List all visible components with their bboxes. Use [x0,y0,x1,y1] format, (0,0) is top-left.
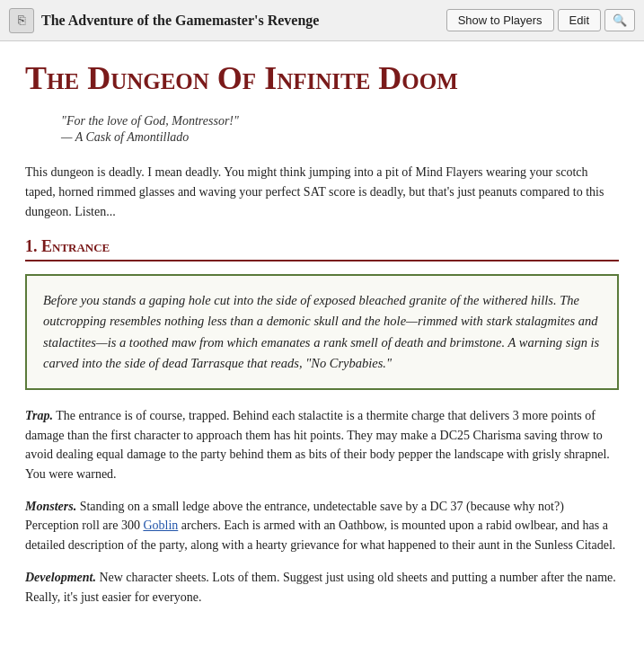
toolbar-buttons: Show to Players Edit 🔍 [446,9,635,31]
epigraph-attribution: — A Cask of Amontillado [61,130,619,145]
document-title: The Adventure of the Gamemaster's Reveng… [41,13,439,29]
edit-button[interactable]: Edit [558,9,601,31]
section-1-heading: 1. Entrance [25,237,619,261]
development-entry: Development. New character sheets. Lots … [25,568,619,607]
trap-entry: Trap. The entrance is of course, trapped… [25,406,619,484]
document-icon[interactable]: ⎘ [9,8,34,33]
development-label: Development. [25,571,96,584]
intro-paragraph: This dungeon is deadly. I mean deadly. Y… [25,163,619,221]
goblin-link[interactable]: Goblin [143,518,178,532]
page-content: The Dungeon Of Infinite Doom "For the lo… [0,41,644,646]
development-text: New character sheets. Lots of them. Sugg… [25,571,616,604]
boxed-read-aloud: Before you stands a gaping hole cut into… [25,274,619,390]
search-button[interactable]: 🔍 [604,9,635,31]
top-bar: ⎘ The Adventure of the Gamemaster's Reve… [0,0,644,41]
trap-text: The entrance is of course, trapped. Behi… [25,409,610,481]
trap-label: Trap. [25,409,53,422]
monsters-entry: Monsters. Standing on a small ledge abov… [25,497,619,555]
epigraph-quote: "For the love of God, Montressor!" [61,114,619,129]
monsters-label: Monsters. [25,500,76,513]
epigraph: "For the love of God, Montressor!" — A C… [61,114,619,145]
show-to-players-button[interactable]: Show to Players [446,9,554,31]
page-title: The Dungeon Of Infinite Doom [25,59,619,98]
search-icon: 🔍 [613,13,627,27]
